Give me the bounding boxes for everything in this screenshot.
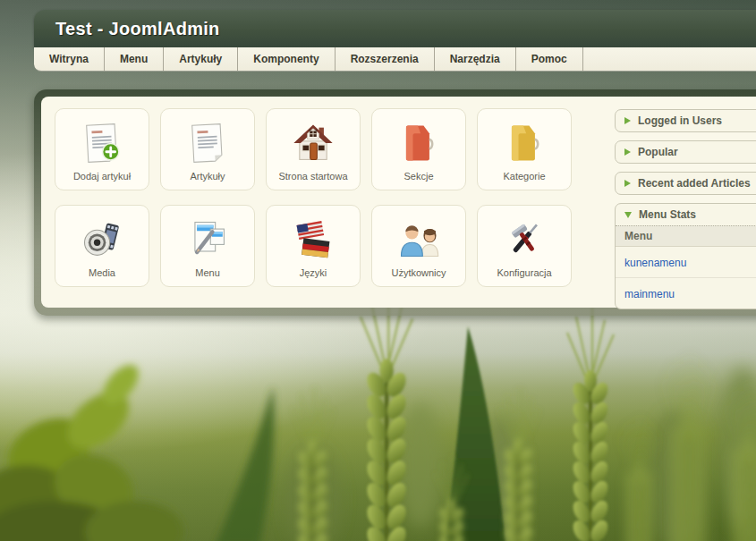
quick-icon-grid: Dodaj artykuł xyxy=(55,108,607,287)
frontpage-icon xyxy=(290,117,336,169)
card-uzytkownicy[interactable]: Użytkownicy xyxy=(371,205,466,287)
panel-title: Recent added Articles xyxy=(638,177,751,190)
menu-link-mainmenu[interactable]: mainmenu xyxy=(624,288,675,300)
languages-icon xyxy=(290,214,336,266)
menu-item-menu[interactable]: Menu xyxy=(105,47,164,71)
menu-item-witryna[interactable]: Witryna xyxy=(34,47,105,71)
main-menubar: Witryna Menu Artykuły Komponenty Rozszer… xyxy=(34,47,756,72)
card-kategorie[interactable]: Kategorie xyxy=(477,108,572,190)
panel-title: Logged in Users xyxy=(638,114,722,127)
card-label: Konfiguracja xyxy=(497,267,551,278)
card-menu[interactable]: Menu xyxy=(160,205,255,287)
card-media[interactable]: Media xyxy=(55,205,149,287)
card-sekcje[interactable]: Sekcje xyxy=(371,108,466,190)
panel-title: Menu Stats xyxy=(639,208,696,221)
card-label: Sekcje xyxy=(403,171,433,182)
users-icon xyxy=(395,214,442,266)
card-artykuly[interactable]: Artykuły xyxy=(160,108,255,190)
configuration-icon xyxy=(501,214,548,266)
card-label: Użytkownicy xyxy=(391,267,446,278)
collapse-arrow-icon xyxy=(624,212,632,218)
card-label: Kategorie xyxy=(503,171,545,182)
media-icon xyxy=(79,214,125,266)
card-label: Media xyxy=(89,267,115,278)
card-konfiguracja[interactable]: Konfiguracja xyxy=(477,205,572,287)
panel-header-menu-stats[interactable]: Menu Stats xyxy=(616,204,756,225)
card-label: Języki xyxy=(300,267,327,278)
titlebar: Test - JoomlAdmin xyxy=(34,10,756,47)
expand-arrow-icon xyxy=(624,148,631,156)
card-jezyki[interactable]: Języki xyxy=(266,205,361,287)
panel-menu-stats: Menu Stats Menu kunenamenu mainmenu xyxy=(615,203,756,309)
card-label: Dodaj artykuł xyxy=(73,171,131,182)
table-row: mainmenu xyxy=(616,278,756,309)
expand-arrow-icon xyxy=(624,180,631,187)
table-row: kunenamenu xyxy=(616,247,756,278)
card-strona-startowa[interactable]: Strona startowa xyxy=(266,108,361,190)
menu-item-komponenty[interactable]: Komponenty xyxy=(238,47,335,71)
add-article-icon xyxy=(79,117,125,169)
panel-header-recent-articles[interactable]: Recent added Articles xyxy=(616,173,756,194)
panel-title: Popular xyxy=(638,146,678,158)
card-label: Strona startowa xyxy=(278,171,347,182)
control-panel-frame: Dodaj artykuł xyxy=(34,89,756,316)
categories-icon xyxy=(501,117,548,169)
page-title: Test - JoomlAdmin xyxy=(55,19,220,39)
panel-popular: Popular xyxy=(615,140,756,164)
sections-icon xyxy=(395,117,442,169)
card-dodaj-artykul[interactable]: Dodaj artykuł xyxy=(55,108,149,190)
menu-item-narzedzia[interactable]: Narzędzia xyxy=(435,47,516,71)
panel-recent-articles: Recent added Articles xyxy=(615,172,756,195)
panel-header-logged-in-users[interactable]: Logged in Users xyxy=(616,110,756,131)
menu-item-rozszerzenia[interactable]: Rozszerzenia xyxy=(336,47,435,71)
menu-item-artykuly[interactable]: Artykuły xyxy=(164,47,238,71)
control-panel: Dodaj artykuł xyxy=(41,97,756,308)
sidebar: Logged in Users Popular Recent added Art… xyxy=(615,109,756,317)
expand-arrow-icon xyxy=(624,117,631,124)
panel-logged-in-users: Logged in Users xyxy=(615,109,756,132)
menu-item-pomoc[interactable]: Pomoc xyxy=(516,47,583,71)
menu-manager-icon xyxy=(184,214,231,266)
menu-stats-column-header: Menu xyxy=(616,225,756,247)
articles-icon xyxy=(184,117,231,169)
menu-link-kunenamenu[interactable]: kunenamenu xyxy=(624,257,686,269)
card-label: Menu xyxy=(195,267,220,278)
panel-header-popular[interactable]: Popular xyxy=(616,141,756,163)
card-label: Artykuły xyxy=(190,171,225,182)
